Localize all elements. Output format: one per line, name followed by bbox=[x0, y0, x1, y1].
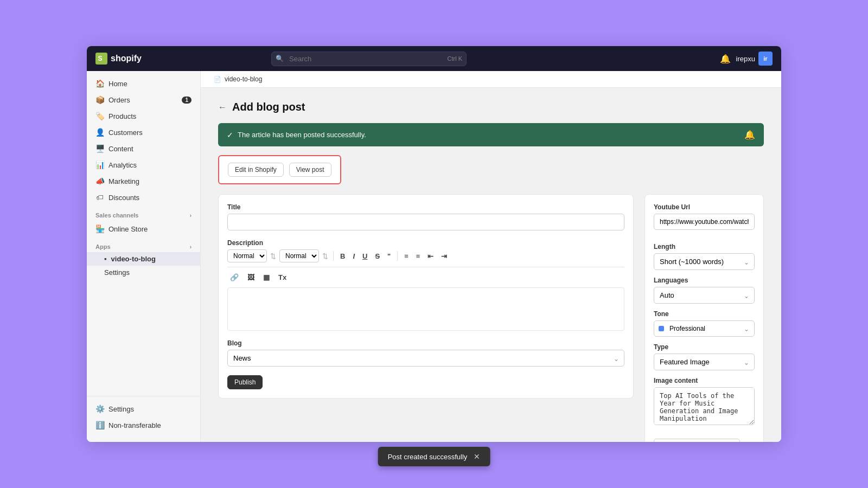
image-button[interactable]: 🖼 bbox=[245, 272, 257, 283]
content-icon: 🖥️ bbox=[95, 144, 104, 153]
title-group: Title bbox=[227, 203, 624, 230]
orders-icon: 📦 bbox=[95, 95, 104, 104]
youtube-url-label: Youtube Url bbox=[654, 203, 755, 211]
logo-text: shopify bbox=[111, 54, 142, 63]
form-card: Title Description Normal ⇅ bbox=[218, 194, 634, 399]
store-icon: 🏪 bbox=[95, 224, 104, 233]
quote-button[interactable]: " bbox=[385, 251, 393, 262]
description-editor[interactable] bbox=[227, 287, 624, 331]
notification-bell-icon[interactable]: 🔔 bbox=[720, 54, 731, 64]
user-menu[interactable]: irepxu ir bbox=[736, 52, 773, 66]
breadcrumb: 📄 video-to-blog bbox=[201, 71, 781, 88]
title-input[interactable] bbox=[227, 214, 624, 230]
length-select[interactable]: Short (~1000 words) Medium (~2000 words)… bbox=[654, 253, 755, 270]
form-right: Youtube Url Length Short (~1000 words) M… bbox=[644, 194, 764, 442]
type-select[interactable]: Featured Image Inline None bbox=[654, 354, 755, 370]
sidebar-item-marketing[interactable]: 📣 Marketing bbox=[87, 173, 200, 189]
back-button[interactable]: ← bbox=[218, 102, 227, 112]
link-button[interactable]: 🔗 bbox=[227, 272, 241, 283]
sidebar-item-label: Settings bbox=[104, 268, 130, 277]
type-label: Type bbox=[654, 343, 755, 351]
chevron-right-icon: › bbox=[190, 213, 192, 219]
shopify-logo[interactable]: S shopify bbox=[95, 53, 142, 65]
sidebar-item-online-store[interactable]: 🏪 Online Store bbox=[87, 221, 200, 237]
search-input[interactable] bbox=[271, 52, 467, 66]
type-group: Type Featured Image Inline None bbox=[654, 343, 755, 370]
home-icon: 🏠 bbox=[95, 79, 104, 88]
sidebar-item-label: video-to-blog bbox=[111, 255, 156, 263]
languages-group: Languages Auto English Spanish French bbox=[654, 277, 755, 304]
search-shortcut: Ctrl K bbox=[448, 55, 463, 62]
ordered-list-button[interactable]: ≡ bbox=[401, 251, 411, 262]
table-button[interactable]: ▦ bbox=[260, 272, 272, 283]
publish-button[interactable]: Publish bbox=[227, 375, 263, 389]
sidebar-item-customers[interactable]: 👤 Customers bbox=[87, 124, 200, 140]
user-name: irepxu bbox=[736, 55, 755, 63]
sidebar-item-non-transferable[interactable]: ℹ️ Non-transferable bbox=[87, 417, 200, 433]
tone-select-wrapper: Professional Casual Friendly Formal bbox=[654, 320, 755, 337]
languages-select[interactable]: Auto English Spanish French bbox=[654, 287, 755, 304]
banner-content: ✓ The article has been posted successful… bbox=[227, 131, 366, 139]
sidebar-footer: ⚙️ Settings ℹ️ Non-transferable bbox=[87, 396, 200, 438]
page-header: ← Add blog post bbox=[218, 101, 764, 113]
form-left: Title Description Normal ⇅ bbox=[218, 194, 634, 442]
languages-select-wrapper: Auto English Spanish French bbox=[654, 287, 755, 304]
app-icon: ▪ bbox=[104, 255, 107, 263]
font-size-select[interactable]: Normal bbox=[279, 249, 319, 262]
right-panel-card: Youtube Url Length Short (~1000 words) M… bbox=[644, 194, 764, 442]
blog-group: Blog News Tech Lifestyle bbox=[227, 339, 624, 367]
length-select-wrapper: Short (~1000 words) Medium (~2000 words)… bbox=[654, 253, 755, 270]
image-content-group: Image content Top AI Tools of the Year f… bbox=[654, 377, 755, 432]
text-style-select[interactable]: Normal bbox=[227, 249, 267, 262]
settings-icon: ⚙️ bbox=[95, 404, 104, 413]
strikethrough-button[interactable]: S bbox=[372, 251, 382, 262]
italic-button[interactable]: I bbox=[350, 251, 358, 262]
discounts-icon: 🏷 bbox=[95, 193, 104, 202]
banner-message: The article has been posted successfully… bbox=[238, 131, 366, 139]
action-buttons-row: Edit in Shopify View post bbox=[218, 155, 341, 184]
sidebar-item-content[interactable]: 🖥️ Content bbox=[87, 140, 200, 157]
banner-close-button[interactable]: 🔔 bbox=[744, 130, 755, 140]
toolbar-divider-2 bbox=[397, 251, 398, 261]
view-post-button[interactable]: View post bbox=[289, 163, 331, 177]
topbar: S shopify 🔍 Ctrl K 🔔 irepxu ir bbox=[87, 46, 781, 71]
sidebar-item-label: Discounts bbox=[108, 194, 139, 202]
products-icon: 🏷️ bbox=[95, 112, 104, 120]
generate-featured-image-button[interactable]: Generate featured image bbox=[654, 439, 740, 442]
description-label: Description bbox=[227, 239, 624, 247]
blog-select[interactable]: News Tech Lifestyle bbox=[227, 350, 624, 367]
page-title: Add blog post bbox=[232, 101, 305, 113]
length-label: Length bbox=[654, 243, 755, 251]
sidebar-item-analytics[interactable]: 📊 Analytics bbox=[87, 157, 200, 173]
content-area: 📄 video-to-blog ← Add blog post ✓ The ar… bbox=[201, 71, 781, 442]
sidebar-item-label: Settings bbox=[108, 405, 134, 413]
unordered-list-button[interactable]: ≡ bbox=[413, 251, 423, 262]
toast-message: Post created successfully bbox=[388, 453, 468, 461]
outdent-button[interactable]: ⇥ bbox=[438, 251, 450, 262]
sidebar-item-video-to-blog[interactable]: ▪ video-to-blog bbox=[87, 252, 200, 266]
sidebar-item-home[interactable]: 🏠 Home bbox=[87, 75, 200, 92]
length-group: Length Short (~1000 words) Medium (~2000… bbox=[654, 243, 755, 270]
bold-button[interactable]: B bbox=[337, 251, 348, 262]
image-content-textarea[interactable]: Top AI Tools of the Year for Music Gener… bbox=[654, 387, 755, 425]
sales-channels-section: Sales channels › bbox=[87, 206, 200, 221]
sidebar-item-settings[interactable]: ⚙️ Settings bbox=[87, 401, 200, 417]
sidebar-item-label: Content bbox=[108, 145, 133, 153]
tone-select[interactable]: Professional Casual Friendly Formal bbox=[654, 320, 755, 337]
sidebar-item-label: Online Store bbox=[108, 225, 148, 233]
edit-in-shopify-button[interactable]: Edit in Shopify bbox=[228, 163, 284, 177]
indent-button[interactable]: ⇤ bbox=[425, 251, 436, 262]
sidebar-item-discounts[interactable]: 🏷 Discounts bbox=[87, 189, 200, 206]
topbar-right: 🔔 irepxu ir bbox=[720, 52, 773, 66]
title-label: Title bbox=[227, 203, 624, 211]
toast-close-button[interactable]: ✕ bbox=[474, 452, 480, 461]
clear-format-button[interactable]: Tx bbox=[276, 272, 289, 283]
underline-button[interactable]: U bbox=[360, 251, 370, 262]
sidebar-item-orders[interactable]: 📦 Orders 1 bbox=[87, 92, 200, 108]
tone-group: Tone Professional Casual Friendly Formal bbox=[654, 310, 755, 337]
blog-select-wrapper: News Tech Lifestyle bbox=[227, 350, 624, 367]
sidebar-item-settings-sub[interactable]: Settings bbox=[87, 266, 200, 279]
youtube-url-input[interactable] bbox=[654, 214, 755, 230]
sidebar-item-products[interactable]: 🏷️ Products bbox=[87, 108, 200, 124]
analytics-icon: 📊 bbox=[95, 160, 104, 169]
